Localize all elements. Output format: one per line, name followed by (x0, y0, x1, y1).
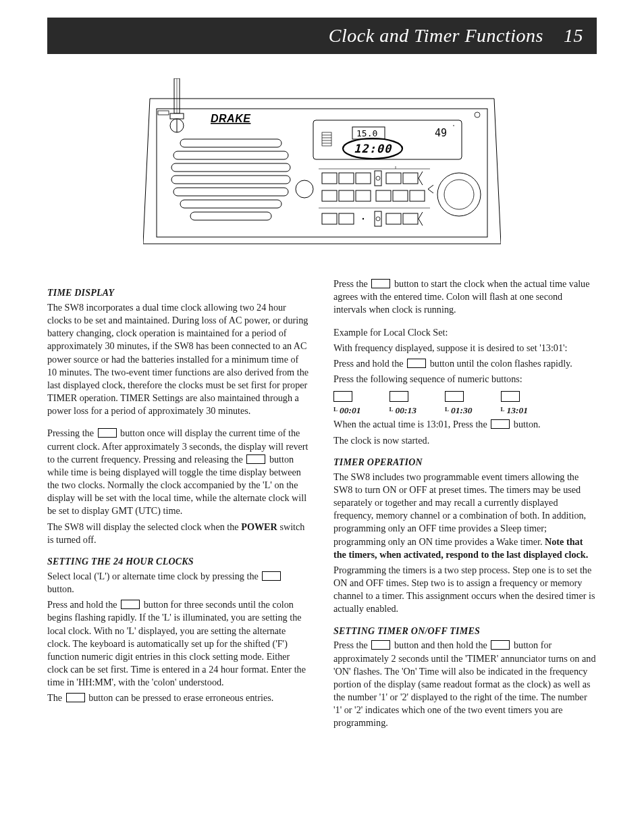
sequence-label: L00:13 (390, 405, 417, 417)
button-placeholder-icon (98, 428, 117, 438)
svg-rect-34 (356, 173, 371, 184)
page-number: 15 (564, 25, 583, 47)
body-text: When the actual time is 13:01, Press the… (333, 418, 597, 431)
svg-rect-43 (356, 190, 371, 201)
sequence-item: L00:01 (333, 391, 361, 417)
body-text: Press the following sequence of numeric … (333, 373, 597, 386)
illustration-container: DRAKE 1 (47, 78, 597, 257)
svg-point-36 (376, 176, 380, 180)
section-heading-timer-operation: TIMER OPERATION (333, 457, 597, 469)
body-text: Programming the timers is a two step pro… (333, 564, 597, 616)
section-heading-setting-timer: SETTING TIMER ON/OFF TIMES (333, 625, 597, 638)
body-columns: TIME DISPLAY The SW8 incorporates a dual… (47, 278, 597, 733)
svg-rect-46 (410, 190, 425, 201)
button-placeholder-icon (262, 571, 281, 581)
power-label: POWER (241, 521, 277, 532)
svg-line-2 (494, 99, 501, 244)
button-placeholder-icon (491, 640, 510, 650)
button-placeholder-icon (491, 419, 510, 429)
signal-bars-icon (322, 132, 331, 146)
radio-illustration: DRAKE 1 (143, 78, 501, 257)
button-placeholder-icon (501, 391, 520, 402)
right-column: Press the button to start the clock when… (333, 278, 597, 733)
brand-label: DRAKE (211, 113, 251, 124)
chapter-header: Clock and Timer Functions 15 (47, 18, 597, 54)
svg-rect-53 (403, 213, 418, 224)
button-placeholder-icon (445, 391, 464, 402)
left-column: TIME DISPLAY The SW8 incorporates a dual… (47, 278, 311, 733)
sequence-item: L13:01 (501, 391, 529, 417)
svg-line-1 (143, 99, 150, 244)
display-clock: 12:00 (354, 142, 392, 155)
svg-rect-20 (322, 132, 331, 146)
svg-rect-41 (322, 190, 337, 201)
svg-rect-13 (173, 151, 288, 159)
svg-rect-16 (173, 188, 288, 196)
svg-rect-17 (180, 200, 281, 208)
svg-rect-42 (339, 190, 354, 201)
body-text: With frequency displayed, suppose it is … (333, 342, 597, 355)
sequence-label: L13:01 (501, 405, 529, 417)
button-placeholder-icon (246, 454, 265, 464)
svg-point-49 (363, 218, 364, 219)
section-heading-time-display: TIME DISPLAY (47, 287, 311, 300)
body-text: Press and hold the button until the colo… (333, 357, 597, 370)
svg-rect-35 (375, 171, 381, 186)
body-text: Press the button to start the clock when… (333, 278, 597, 317)
svg-rect-48 (339, 213, 354, 224)
section-heading-setting-clocks: SETTING THE 24 HOUR CLOCKS (47, 556, 311, 569)
body-text: The clock is now started. (333, 434, 597, 447)
page: Clock and Timer Functions 15 DRAKE (0, 0, 644, 766)
svg-rect-52 (386, 213, 401, 224)
body-text: The SW8 will display the selected clock … (47, 521, 311, 546)
button-placeholder-icon (390, 391, 408, 402)
svg-point-29 (296, 180, 313, 198)
body-text: Press the button and then hold the butto… (333, 639, 597, 729)
svg-point-31 (444, 180, 474, 209)
svg-rect-18 (190, 212, 271, 220)
body-text: Example for Local Clock Set: (333, 326, 597, 339)
keypad (319, 166, 430, 226)
svg-point-28 (475, 112, 480, 118)
speaker-grille (170, 137, 292, 220)
sequence-label: L01:30 (445, 405, 473, 417)
sequence-item: L00:13 (390, 391, 417, 417)
button-placeholder-icon (371, 640, 390, 650)
svg-rect-47 (322, 213, 337, 224)
body-text: Select local ('L') or alternate time clo… (47, 570, 311, 596)
svg-point-11 (170, 137, 292, 215)
body-text: The SW8 includes two programmable event … (333, 471, 597, 561)
body-text: The SW8 incorporates a dual time clock a… (47, 301, 311, 418)
sequence-row: L00:01 L00:13 L01:30 L13:01 (333, 391, 597, 417)
svg-rect-7 (170, 113, 184, 119)
body-text: Pressing the button once will display th… (47, 427, 311, 517)
svg-rect-12 (180, 139, 281, 147)
svg-rect-38 (403, 173, 418, 184)
svg-point-26 (453, 125, 454, 126)
svg-rect-10 (158, 111, 169, 115)
svg-rect-14 (171, 163, 290, 172)
body-text: Press and hold the button for three seco… (47, 598, 311, 689)
svg-rect-45 (393, 190, 408, 201)
button-placeholder-icon (66, 693, 85, 702)
svg-point-51 (376, 217, 380, 221)
svg-rect-44 (376, 190, 391, 201)
chapter-title: Clock and Timer Functions (329, 25, 543, 47)
button-placeholder-icon (121, 600, 140, 609)
svg-rect-37 (386, 173, 401, 184)
body-text: The button can be pressed to erase erron… (47, 692, 311, 704)
sequence-label: L00:01 (333, 405, 361, 417)
button-placeholder-icon (333, 391, 352, 402)
svg-rect-33 (339, 173, 354, 184)
svg-rect-15 (171, 176, 290, 184)
display-freq1: 15.0 (356, 128, 377, 138)
button-placeholder-icon (407, 359, 426, 368)
sequence-item: L01:30 (445, 391, 473, 417)
svg-rect-50 (375, 211, 381, 226)
display-freq2: 49 (435, 127, 447, 139)
svg-rect-32 (322, 173, 337, 184)
button-placeholder-icon (371, 279, 390, 288)
